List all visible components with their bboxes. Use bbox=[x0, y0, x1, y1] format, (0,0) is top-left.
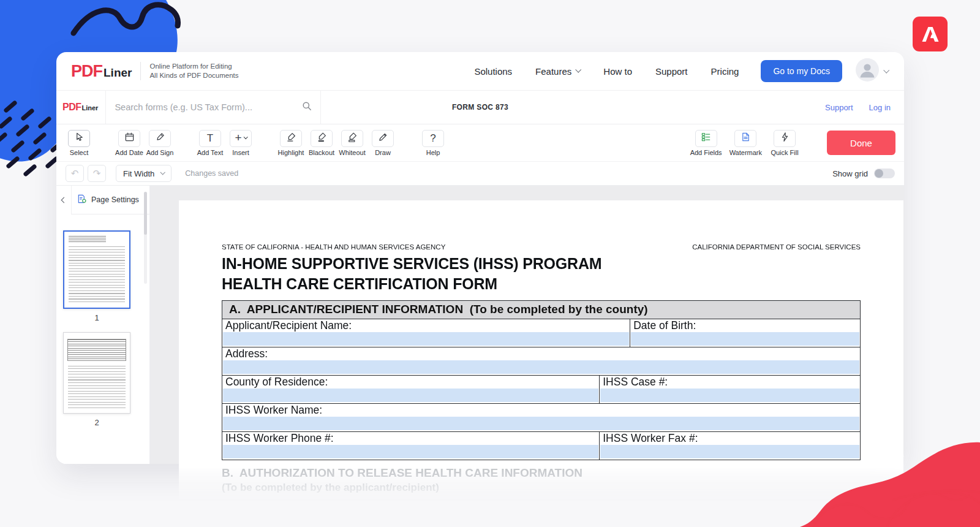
section-b-header: B. AUTHORIZATION TO RELEASE HEALTH CARE … bbox=[222, 466, 861, 480]
agency-right: CALIFORNIA DEPARTMENT OF SOCIAL SERVICES bbox=[692, 243, 861, 251]
field-label-worker-name: IHSS Worker Name: bbox=[222, 404, 860, 416]
show-grid-toggle[interactable] bbox=[874, 169, 895, 178]
sidebar-scrollbar bbox=[144, 192, 147, 284]
thumbnail-preview bbox=[68, 366, 126, 409]
fields-list-icon bbox=[701, 132, 711, 145]
section-b-subtitle: (To be completed by the applicant/recipi… bbox=[222, 482, 861, 494]
tool-add-text[interactable]: T Add Text bbox=[195, 130, 225, 156]
nav-features[interactable]: Features bbox=[535, 66, 580, 77]
tool-highlight[interactable]: Highlight bbox=[276, 130, 306, 156]
chevron-down-icon bbox=[160, 170, 165, 175]
logo-pdf-text: PDF bbox=[71, 62, 102, 81]
user-icon bbox=[856, 58, 879, 82]
page-settings-button[interactable]: Page Settings bbox=[71, 186, 149, 214]
pdfliner-logo-small[interactable]: PDF Liner bbox=[56, 102, 105, 113]
redo-button[interactable]: ↷ bbox=[88, 165, 106, 182]
field-input-worker-fax[interactable] bbox=[600, 445, 859, 458]
calendar-icon bbox=[124, 132, 135, 145]
page-settings-icon bbox=[77, 194, 87, 206]
field-input-worker-name[interactable] bbox=[223, 417, 859, 430]
form-title-line2: HEALTH CARE CERTIFICATION FORM bbox=[222, 274, 861, 294]
cursor-icon bbox=[74, 132, 85, 145]
sidebar-header: Page Settings bbox=[56, 186, 149, 214]
highlighter-icon bbox=[286, 132, 296, 145]
form-cell: IHSS Worker Name: bbox=[222, 404, 860, 431]
form-title-line1: IN-HOME SUPPORTIVE SERVICES (IHSS) PROGR… bbox=[222, 254, 861, 274]
tool-watermark[interactable]: Watermark bbox=[729, 130, 762, 156]
show-grid-control: Show grid bbox=[832, 169, 895, 178]
collapse-sidebar-button[interactable] bbox=[56, 186, 71, 214]
field-label-address: Address: bbox=[222, 347, 860, 360]
form-cell: Applicant/Recipient Name: bbox=[222, 319, 630, 347]
tagline-line2: All Kinds of PDF Documents bbox=[149, 71, 238, 80]
pdf-page[interactable]: STATE OF CALIFORNIA - HEALTH AND HUMAN S… bbox=[179, 200, 903, 503]
search-icon[interactable] bbox=[302, 101, 312, 113]
nav-solutions[interactable]: Solutions bbox=[474, 66, 512, 77]
show-grid-label: Show grid bbox=[832, 169, 868, 178]
zoom-value: Fit Width bbox=[123, 169, 154, 178]
main-nav: Solutions Features How to Support Pricin… bbox=[474, 66, 739, 77]
form-row: IHSS Worker Name: bbox=[222, 403, 860, 431]
field-input-worker-phone[interactable] bbox=[223, 445, 598, 458]
form-cell: IHSS Worker Fax #: bbox=[599, 432, 860, 460]
blackout-marker-icon bbox=[317, 132, 327, 145]
form-row: Applicant/Recipient Name: Date of Birth: bbox=[222, 319, 860, 347]
form-code: FORM SOC 873 bbox=[452, 103, 508, 112]
signature-pen-icon bbox=[155, 132, 165, 145]
go-to-my-docs-button[interactable]: Go to my Docs bbox=[761, 60, 842, 82]
nav-pricing[interactable]: Pricing bbox=[711, 66, 739, 77]
tool-quick-fill[interactable]: Quick Fill bbox=[769, 130, 800, 156]
support-link[interactable]: Support bbox=[825, 103, 853, 112]
watermark-document-icon bbox=[741, 132, 751, 145]
undo-icon: ↶ bbox=[71, 168, 79, 179]
tool-help[interactable]: ? Help bbox=[418, 130, 448, 156]
search-input[interactable] bbox=[115, 102, 296, 112]
tool-select[interactable]: Select bbox=[64, 130, 94, 156]
page-thumbnail-2[interactable] bbox=[63, 332, 130, 414]
field-input-county[interactable] bbox=[223, 389, 598, 402]
field-input-date-of-birth[interactable] bbox=[631, 332, 859, 346]
field-label-date-of-birth: Date of Birth: bbox=[630, 319, 860, 332]
scrollbar-thumb[interactable] bbox=[144, 192, 147, 235]
done-button[interactable]: Done bbox=[827, 131, 895, 155]
account-menu[interactable] bbox=[856, 58, 888, 84]
chevron-down-icon bbox=[243, 135, 247, 139]
tool-add-sign[interactable]: Add Sign bbox=[145, 130, 175, 156]
field-label-worker-fax: IHSS Worker Fax #: bbox=[600, 432, 860, 444]
form-cell: IHSS Worker Phone #: bbox=[222, 432, 599, 460]
logo-liner-text: Liner bbox=[104, 66, 132, 80]
tool-add-date[interactable]: Add Date bbox=[114, 130, 145, 156]
login-link[interactable]: Log in bbox=[869, 103, 891, 112]
tool-add-fields[interactable]: Add Fields bbox=[690, 130, 722, 156]
tool-draw[interactable]: Draw bbox=[368, 130, 398, 156]
nav-how-to[interactable]: How to bbox=[603, 66, 632, 77]
question-mark-icon: ? bbox=[430, 133, 435, 143]
form-search bbox=[105, 91, 321, 124]
chevron-down-icon bbox=[576, 67, 582, 73]
field-input-ihss-case[interactable] bbox=[600, 389, 859, 402]
redo-icon: ↷ bbox=[93, 168, 101, 179]
tool-insert[interactable]: + Insert bbox=[225, 130, 256, 156]
field-input-applicant-name[interactable] bbox=[223, 332, 629, 346]
whiteout-marker-icon bbox=[347, 132, 358, 145]
tool-whiteout[interactable]: Whiteout bbox=[337, 130, 368, 156]
form-cell: Address: bbox=[222, 347, 860, 375]
page-number: 1 bbox=[94, 313, 99, 322]
nav-support[interactable]: Support bbox=[655, 66, 688, 77]
tool-blackout[interactable]: Blackout bbox=[306, 130, 337, 156]
thumbnail-preview bbox=[67, 339, 126, 361]
page-thumbnail-1[interactable] bbox=[63, 230, 130, 309]
zoom-dropdown[interactable]: Fit Width bbox=[116, 165, 172, 182]
page-thumbnails: 1 2 bbox=[58, 214, 136, 464]
page-settings-label: Page Settings bbox=[91, 195, 139, 204]
tagline: Online Platform for Editing All Kinds of… bbox=[140, 62, 238, 80]
adobe-acrobat-icon bbox=[913, 17, 948, 51]
field-label-applicant-name: Applicant/Recipient Name: bbox=[222, 319, 630, 332]
text-icon: T bbox=[207, 133, 213, 143]
field-input-address[interactable] bbox=[223, 360, 859, 374]
undo-button[interactable]: ↶ bbox=[66, 165, 84, 182]
tagline-line1: Online Platform for Editing bbox=[149, 62, 238, 71]
agency-left: STATE OF CALIFORNIA - HEALTH AND HUMAN S… bbox=[222, 243, 445, 251]
pdfliner-logo[interactable]: PDF Liner bbox=[71, 62, 132, 81]
section-a-table: A. APPLICANT/RECIPIENT INFORMATION (To b… bbox=[222, 300, 861, 460]
